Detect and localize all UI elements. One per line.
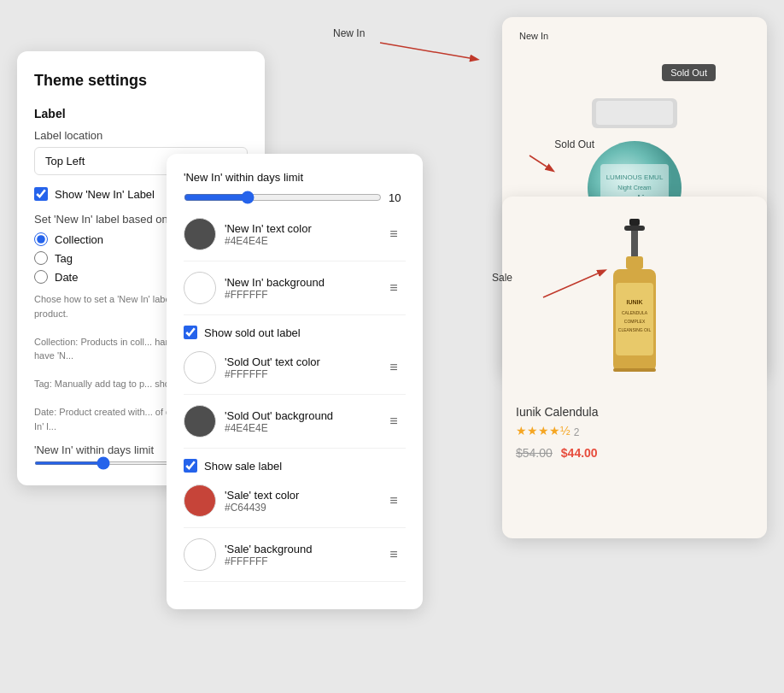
show-new-in-label: Show 'New In' Label <box>55 188 155 201</box>
svg-text:CALENDULA: CALENDULA <box>622 310 648 315</box>
sale-text-color-name: 'Sale' text color <box>225 489 373 502</box>
theme-settings-title: Theme settings <box>34 72 248 90</box>
days-limit-value: 10 <box>389 191 406 204</box>
new-in-text-color-hex: #4E4E4E <box>225 235 373 247</box>
label-section-heading: Label <box>34 107 248 120</box>
sold-out-text-color-name: 'Sold Out' text color <box>225 355 373 368</box>
sale-price: $44.00 <box>561 446 598 460</box>
product-info: Iunik Calendula ★★★★½ 2 $54.00 $44.00 <box>516 398 753 467</box>
oil-bottle-image: IUNIK CALENDULA COMPLEX CLEANSING OIL <box>592 219 677 390</box>
sold-out-text-swatch[interactable] <box>184 351 216 384</box>
label-location-label: Label location <box>34 129 248 142</box>
sale-text-swatch[interactable] <box>184 485 216 517</box>
new-in-text-color-name: 'New In' text color <box>225 222 373 235</box>
radio-date-label: Date <box>55 271 78 284</box>
show-sale-row[interactable]: Show sale label <box>184 459 406 473</box>
new-in-bg-color-edit[interactable]: ≡ <box>382 276 406 300</box>
new-in-text-color-info: 'New In' text color #4E4E4E <box>225 222 373 247</box>
sold-out-text-color-row[interactable]: 'Sold Out' text color #FFFFFF ≡ <box>184 351 406 395</box>
radio-collection-input[interactable] <box>34 232 48 246</box>
svg-text:CLEANSING OIL: CLEANSING OIL <box>618 327 652 332</box>
sold-out-annotation-text: Sold Out <box>554 138 594 150</box>
new-in-text-color-edit[interactable]: ≡ <box>382 222 406 246</box>
svg-rect-21 <box>613 368 656 372</box>
sold-out-bg-color-hex: #4E4E4E <box>225 422 373 434</box>
product-card-right: IUNIK CALENDULA COMPLEX CLEANSING OIL Iu… <box>502 197 767 538</box>
new-in-annotation-text: New In <box>333 27 365 39</box>
review-count: 2 <box>574 426 580 438</box>
svg-rect-14 <box>626 256 643 269</box>
svg-text:COMPLEX: COMPLEX <box>624 319 646 324</box>
svg-rect-12 <box>624 226 645 231</box>
sale-bg-color-hex: #FFFFFF <box>225 555 373 567</box>
show-new-in-checkbox[interactable] <box>34 187 48 201</box>
sale-text-color-hex: #C64439 <box>225 502 373 514</box>
svg-line-0 <box>380 43 470 58</box>
new-in-label-annotation: New In <box>519 31 548 41</box>
radio-date-input[interactable] <box>34 270 48 284</box>
svg-rect-13 <box>631 231 638 256</box>
sale-bg-swatch[interactable] <box>184 538 216 571</box>
sold-out-bg-color-row[interactable]: 'Sold Out' background #4E4E4E ≡ <box>184 405 406 449</box>
sold-out-text-color-info: 'Sold Out' text color #FFFFFF <box>225 355 373 380</box>
radio-tag-input[interactable] <box>34 251 48 265</box>
sale-annotation-text: Sale <box>492 272 512 284</box>
product-image-right: IUNIK CALENDULA COMPLEX CLEANSING OIL <box>516 210 753 398</box>
sale-text-color-row[interactable]: 'Sale' text color #C64439 ≡ <box>184 485 406 528</box>
radio-tag-label: Tag <box>55 252 73 265</box>
show-sale-label: Show sale label <box>204 460 282 473</box>
sale-bg-color-name: 'Sale' background <box>225 543 373 555</box>
svg-rect-5 <box>596 101 673 125</box>
days-limit-section-label: 'New In' within days limit <box>184 171 406 184</box>
days-limit-slider-with-value[interactable]: 10 <box>184 191 406 204</box>
original-price: $54.00 <box>516 446 553 460</box>
sold-out-bg-color-edit[interactable]: ≡ <box>382 409 406 433</box>
product-name: Iunik Calendula <box>516 405 753 419</box>
sold-out-text-color-hex: #FFFFFF <box>225 368 373 380</box>
show-sale-checkbox[interactable] <box>184 459 197 473</box>
svg-text:IUNIK: IUNIK <box>626 299 642 305</box>
svg-text:Night Cream: Night Cream <box>617 185 651 191</box>
new-in-bg-color-row[interactable]: 'New In' background #FFFFFF ≡ <box>184 272 406 315</box>
sale-text-color-edit[interactable]: ≡ <box>382 489 406 513</box>
sold-out-bg-color-info: 'Sold Out' background #4E4E4E <box>225 409 373 434</box>
days-limit-slider-middle[interactable] <box>184 191 382 204</box>
sold-out-text-color-edit[interactable]: ≡ <box>382 355 406 379</box>
svg-rect-11 <box>629 219 640 226</box>
new-in-text-color-row[interactable]: 'New In' text color #4E4E4E ≡ <box>184 218 406 261</box>
svg-text:LUMINOUS EMUL: LUMINOUS EMUL <box>606 173 664 181</box>
new-in-bg-color-info: 'New In' background #FFFFFF <box>225 276 373 301</box>
sold-out-badge: Sold Out <box>662 64 716 81</box>
show-sold-out-checkbox[interactable] <box>184 326 197 339</box>
new-in-bg-color-name: 'New In' background <box>225 276 373 289</box>
middle-settings-panel: 'New In' within days limit 10 'New In' t… <box>167 154 423 609</box>
sold-out-bg-color-name: 'Sold Out' background <box>225 409 373 422</box>
show-sold-out-row[interactable]: Show sold out label <box>184 326 406 339</box>
show-sold-out-label: Show sold out label <box>204 326 301 339</box>
new-in-text-swatch[interactable] <box>184 218 216 250</box>
sale-bg-color-info: 'Sale' background #FFFFFF <box>225 543 373 567</box>
days-limit-section: 'New In' within days limit 10 <box>184 171 406 204</box>
radio-collection-label: Collection <box>55 233 103 246</box>
sold-out-bg-swatch[interactable] <box>184 405 216 438</box>
sale-bg-color-edit[interactable]: ≡ <box>382 543 406 567</box>
sale-text-color-info: 'Sale' text color #C64439 <box>225 489 373 514</box>
star-rating: ★★★★½ <box>516 424 570 438</box>
sale-bg-color-row[interactable]: 'Sale' background #FFFFFF ≡ <box>184 538 406 582</box>
new-in-bg-color-hex: #FFFFFF <box>225 289 373 301</box>
price-row: $54.00 $44.00 <box>516 446 753 460</box>
new-in-bg-swatch[interactable] <box>184 272 216 304</box>
